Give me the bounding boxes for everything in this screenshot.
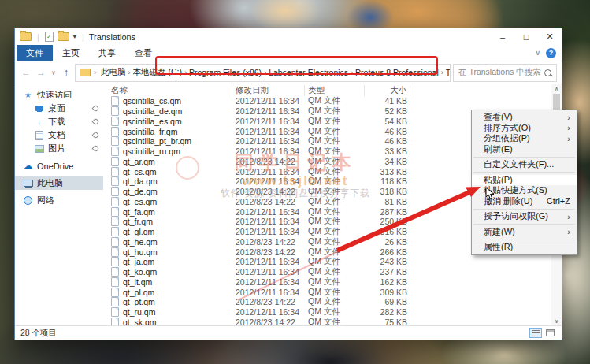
details-view-button[interactable] [529,328,542,338]
help-icon[interactable]: ? [546,48,556,58]
file-name-cell: qt_sk.qm [108,318,232,325]
file-date: 2012/12/11 16:34 [232,167,305,176]
breadcrumb-item[interactable]: Translations [444,68,451,77]
maximize-button[interactable]: □ [514,28,538,45]
column-header-size[interactable]: 大小 [365,85,410,96]
submenu-arrow-icon: › [567,227,570,236]
file-row[interactable]: qscintilla_cs.qm2012/12/11 16:34QM 文件41 … [108,96,551,106]
sidebar-item-label: 图片 [48,143,65,154]
file-date: 2012/12/11 16:34 [232,117,305,126]
list-header: 名称修改日期类型大小 [108,84,551,96]
sidebar-item-documents[interactable]: 文档 [15,128,103,142]
column-header-date-modified[interactable]: 修改日期 [232,85,305,96]
sidebar-item-desktop[interactable]: 桌面 [15,102,103,115]
menu-separator [473,240,575,240]
toolbar-caret-icon[interactable]: ▾ [73,33,76,40]
file-date: 2012/8/23 14:22 [232,157,305,166]
breadcrumb-item[interactable]: Program Files (x86) [187,68,263,77]
tab-home[interactable]: 主页 [53,45,89,61]
close-button[interactable]: ✕ [538,28,562,45]
menu-item-refresh[interactable]: 刷新(E) [472,144,577,155]
forward-icon[interactable]: → [35,67,47,78]
file-icon [111,197,119,206]
file-date: 2012/12/11 16:34 [232,288,305,297]
recent-locations-icon[interactable]: ∨ [50,69,58,76]
menu-item-undo-delete[interactable]: 撤消 删除(U)Ctrl+Z [472,196,577,207]
file-icon [111,117,119,126]
sidebar-item-onedrive[interactable]: OneDrive [15,159,103,173]
menu-item-new[interactable]: 新建(W)› [472,227,577,238]
sidebar-item-pictures[interactable]: 图片 [15,142,103,155]
tab-share[interactable]: 共享 [89,45,125,61]
sidebar-item-quick-access[interactable]: 快速访问 [15,88,103,102]
menu-item-customize-folder[interactable]: 自定义文件夹(F)... [472,159,577,170]
menu-item-sort-by[interactable]: 排序方式(O)› [472,123,577,134]
file-name: qt_cs.qm [123,167,157,176]
file-row[interactable]: qt_ko.qm2012/12/11 16:34QM 文件237 KB [108,267,551,277]
sidebar-item-downloads[interactable]: 下载 [15,115,103,128]
file-size: 33 KB [365,147,410,156]
desktop-icon [34,104,44,113]
file-size: 46 KB [365,136,410,146]
file-size: 282 KB [365,307,410,317]
up-icon[interactable]: ↑ [60,67,72,78]
address-box[interactable]: › 此电脑›本地磁盘 (C:)›Program Files (x86)›Labc… [75,64,451,82]
menu-item-view[interactable]: 查看(V)› [472,112,577,123]
menu-item-group-by[interactable]: 分组依据(P)› [472,133,577,144]
file-icon [111,207,119,217]
submenu-arrow-icon: › [567,212,570,221]
sidebar-item-label: 此电脑 [37,177,63,189]
file-size: 237 KB [365,267,410,277]
properties-icon[interactable]: ✓ [45,32,54,42]
menu-item-label: 授予访问权限(G) [484,210,548,222]
scroll-up-icon[interactable]: ∧ [555,84,558,93]
column-header-name[interactable]: 名称 [108,85,232,96]
large-icons-view-button[interactable] [544,328,556,338]
file-icon [111,288,119,297]
tab-file[interactable]: 文件 [17,45,53,61]
file-icon [111,157,119,166]
file-row[interactable]: qt_ru.qm2012/12/11 16:34QM 文件282 KB [108,307,551,318]
details-view-icon [532,330,540,336]
menu-item-give-access[interactable]: 授予访问权限(G)› [472,211,577,222]
ribbon-tab-bar: 文件主页共享查看 ∨ ? [15,45,562,61]
file-row[interactable]: qt_sk.qm2012/8/23 14:22QM 文件75 KB [108,318,551,326]
sidebar-item-this-pc[interactable]: 此电脑 [15,176,103,190]
file-date: 2012/12/11 16:34 [232,106,305,116]
file-name-cell: qt_fa.qm [108,207,232,217]
minimize-button[interactable]: – [491,28,514,45]
expand-ribbon-icon[interactable]: ∨ [535,49,540,57]
sidebar-item-network[interactable]: 网络 [15,194,103,207]
file-icon [111,217,119,226]
file-size: 52 KB [365,106,410,116]
tab-view[interactable]: 查看 [125,45,161,61]
sidebar-item-label: 下载 [48,116,65,128]
file-row[interactable]: qt_pl.qm2012/12/11 16:34QM 文件309 KB [108,287,551,297]
new-folder-icon[interactable] [58,32,69,41]
file-icon [111,187,119,196]
column-header-type[interactable]: 类型 [305,85,365,96]
breadcrumb-item[interactable]: Labcenter Electronics [267,68,350,77]
file-date: 2012/8/23 14:22 [232,187,305,196]
back-icon[interactable]: ← [20,67,32,78]
file-size: 118 KB [365,176,410,186]
file-row[interactable]: qt_ja.qm2012/12/11 16:34QM 文件243 KB [108,257,551,267]
breadcrumb-item[interactable]: 此电脑 [99,67,128,78]
file-date: 2012/12/11 16:34 [232,277,305,287]
file-name-cell: qscintilla_pt_br.qm [108,136,232,146]
file-name: qscintilla_es.qm [123,117,182,126]
file-row[interactable]: qt_lt.qm2012/12/11 16:34QM 文件162 KB [108,277,551,288]
breadcrumb-item[interactable]: 本地磁盘 (C:) [132,67,184,78]
file-name-cell: qscintilla_fr.qm [108,127,232,136]
search-input[interactable]: 在 Translations 中搜索 [453,64,557,82]
file-name-cell: qscintilla_cs.qm [108,96,232,106]
file-row[interactable]: qt_pt.qm2012/8/23 14:22QM 文件69 KB [108,297,551,307]
scroll-down-icon[interactable]: ∨ [555,317,558,325]
file-date: 2012/8/23 14:22 [232,237,305,247]
file-date: 2012/12/11 16:34 [232,227,305,236]
menu-item-paste[interactable]: 粘贴(P) [472,175,577,186]
menu-item-properties[interactable]: 属性(R) [472,242,577,253]
menu-item-paste-shortcut[interactable]: 粘贴快捷方式(S) [472,185,577,196]
breadcrumb-item[interactable]: Proteus 8 Professional [354,68,440,77]
file-icon [111,176,119,186]
